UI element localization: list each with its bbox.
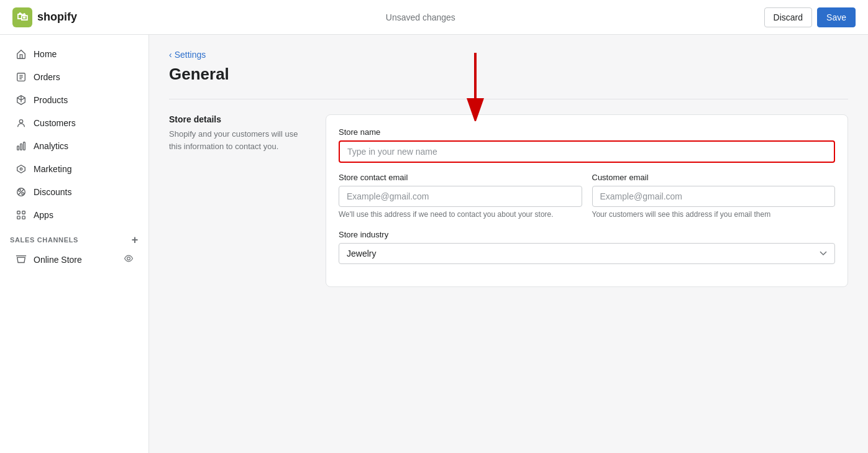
discard-button[interactable]: Discard [764, 7, 812, 27]
store-industry-label: Store industry [339, 230, 835, 239]
header-actions: Discard Save [764, 7, 856, 27]
breadcrumb-settings-link[interactable]: Settings [175, 50, 206, 60]
customers-icon [15, 117, 27, 129]
online-store-label: Online Store [34, 255, 82, 265]
store-name-input[interactable] [339, 140, 835, 163]
breadcrumb: ‹ Settings [169, 50, 848, 60]
sidebar-label-customers: Customers [34, 118, 76, 128]
sidebar-item-home[interactable]: Home [5, 43, 144, 65]
sidebar-item-online-store[interactable]: Online Store [5, 249, 144, 271]
sidebar-label-discounts: Discounts [34, 187, 71, 197]
save-button[interactable]: Save [817, 7, 856, 27]
unsaved-changes-label: Unsaved changes [386, 12, 455, 22]
svg-point-1 [19, 120, 22, 123]
store-contact-email-label: Store contact email [339, 173, 582, 182]
store-contact-email-hint: We'll use this address if we need to con… [339, 209, 582, 220]
sidebar-label-analytics: Analytics [34, 141, 68, 151]
store-industry-group: Store industry Jewelry [339, 230, 835, 264]
svg-rect-4 [24, 142, 25, 150]
sidebar-label-marketing: Marketing [34, 164, 71, 174]
svg-point-12 [127, 257, 130, 260]
top-header: 🛍 shopify Unsaved changes Discard Save [0, 0, 868, 35]
shopify-logo: 🛍 shopify [12, 7, 77, 27]
svg-point-5 [20, 168, 22, 170]
sales-channels-label: SALES CHANNELS [10, 236, 78, 244]
svg-rect-11 [22, 216, 25, 219]
sidebar-label-home: Home [34, 49, 57, 59]
sidebar-label-products: Products [34, 95, 68, 105]
apps-icon [15, 209, 27, 221]
store-name-label: Store name [339, 127, 835, 137]
sidebar-label-orders: Orders [34, 72, 60, 82]
analytics-icon [15, 140, 27, 152]
sidebar-item-customers[interactable]: Customers [5, 112, 144, 134]
header-left: 🛍 shopify [12, 7, 77, 27]
main-content: ‹ Settings General Store details Shopify… [149, 35, 868, 453]
section-form: Store name Store contact email We'll use… [326, 114, 848, 287]
section-description: Store details Shopify and your customers… [169, 114, 306, 287]
email-row: Store contact email We'll use this addre… [339, 173, 835, 230]
section-description-text: Shopify and your customers will use this… [169, 128, 306, 152]
section-title: Store details [169, 114, 306, 124]
sales-channels-header: SALES CHANNELS + [0, 227, 148, 248]
orders-icon [15, 71, 27, 83]
sidebar: Home Orders Products [0, 35, 149, 453]
shopify-logo-icon: 🛍 [12, 7, 32, 27]
svg-rect-9 [22, 211, 25, 214]
svg-rect-10 [17, 216, 21, 219]
store-contact-email-group: Store contact email We'll use this addre… [339, 173, 582, 230]
main-layout: Home Orders Products [0, 35, 868, 453]
customer-email-hint: Your customers will see this address if … [592, 209, 836, 220]
svg-rect-3 [21, 144, 22, 150]
sidebar-item-discounts[interactable]: Discounts [5, 181, 144, 203]
store-industry-select[interactable]: Jewelry [339, 243, 835, 264]
online-store-eye-icon [124, 254, 134, 266]
sidebar-item-products[interactable]: Products [5, 89, 144, 111]
store-contact-email-input[interactable] [339, 186, 582, 207]
sidebar-item-orders[interactable]: Orders [5, 66, 144, 88]
shopify-logo-text: shopify [37, 11, 77, 24]
divider [169, 99, 848, 99]
products-icon [15, 94, 27, 106]
svg-point-6 [19, 190, 21, 192]
sidebar-item-marketing[interactable]: Marketing [5, 158, 144, 180]
svg-rect-2 [17, 146, 19, 150]
add-sales-channel-button[interactable]: + [132, 234, 139, 245]
customer-email-group: Customer email Your customers will see t… [592, 173, 836, 230]
sidebar-item-analytics[interactable]: Analytics [5, 135, 144, 157]
discounts-icon [15, 186, 27, 198]
customer-email-input[interactable] [592, 186, 836, 207]
customer-email-label: Customer email [592, 173, 836, 182]
online-store-left: Online Store [15, 254, 82, 266]
online-store-icon [15, 254, 27, 266]
svg-rect-8 [17, 211, 21, 214]
sidebar-item-apps[interactable]: Apps [5, 204, 144, 226]
store-details-section: Store details Shopify and your customers… [169, 114, 848, 287]
sidebar-label-apps: Apps [34, 210, 53, 220]
store-name-group: Store name [339, 127, 835, 163]
home-icon [15, 48, 27, 60]
svg-point-7 [22, 193, 24, 195]
marketing-icon [15, 163, 27, 175]
page-title: General [169, 65, 848, 84]
